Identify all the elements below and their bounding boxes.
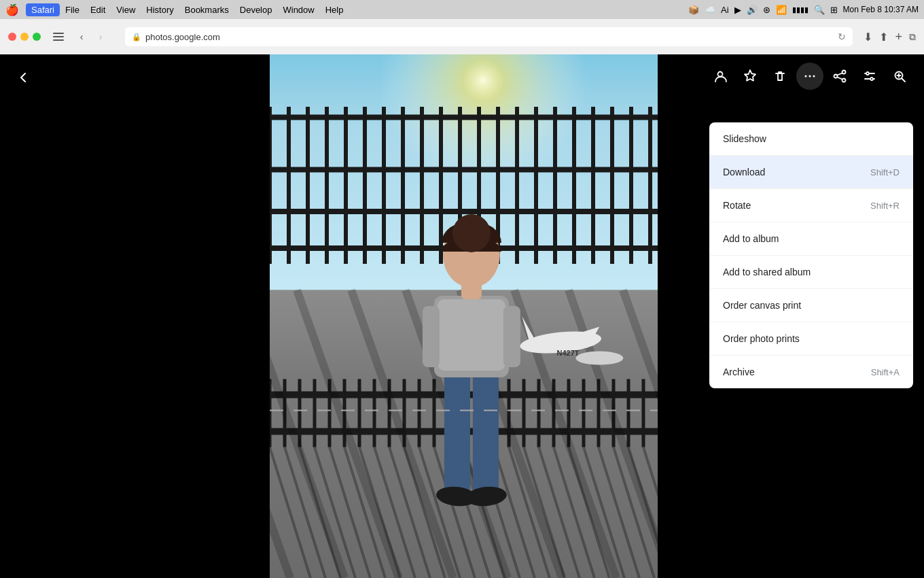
menubar-item-edit[interactable]: Edit (85, 3, 111, 16)
dropdown-menu: Slideshow Download Shift+D Rotate Shift+… (709, 122, 913, 388)
person-icon-button[interactable] (707, 63, 734, 90)
dropdown-item-download[interactable]: Download Shift+D (709, 156, 913, 189)
delete-icon-button[interactable] (766, 63, 794, 90)
svg-point-9 (842, 79, 846, 82)
dropdown-item-add-to-shared-album[interactable]: Add to shared album (709, 256, 913, 289)
dropdown-item-add-to-album[interactable]: Add to album (709, 222, 913, 256)
photo-toolbar (696, 54, 924, 98)
fullscreen-window-button[interactable] (33, 33, 41, 41)
menubar-right: 📦 ☁️ Ai ▶ 🔊 ⊛ 📶 ▮▮▮▮ 🔍 ⊞ Mon Feb 8 10:37… (688, 5, 919, 15)
browser-chrome: ‹ › 🔒 photos.google.com ↻ ⬇ ⬆ + ⧉ (0, 19, 924, 54)
svg-point-3 (718, 72, 723, 77)
menubar: 🍎 Safari File Edit View History Bookmark… (0, 0, 924, 19)
play-icon[interactable]: ▶ (734, 5, 741, 15)
cloud-icon[interactable]: ☁️ (705, 5, 715, 15)
adobe-icon[interactable]: Ai (721, 5, 729, 15)
menubar-item-help[interactable]: Help (320, 3, 349, 16)
browser-toolbar-right: ⬇ ⬆ + ⧉ (864, 30, 916, 44)
apple-menu-icon[interactable]: 🍎 (5, 3, 19, 16)
menubar-item-view[interactable]: View (111, 3, 141, 16)
back-button[interactable]: ‹ (73, 29, 90, 45)
more-options-button[interactable] (796, 63, 823, 90)
tab-overview-icon[interactable]: ⧉ (909, 31, 916, 43)
menubar-item-file[interactable]: File (60, 3, 85, 16)
address-bar[interactable]: 🔒 photos.google.com ↻ (125, 27, 853, 46)
dropdown-item-slideshow[interactable]: Slideshow (709, 122, 913, 156)
svg-rect-2 (53, 39, 64, 41)
battery-icon: ▮▮▮▮ (792, 5, 808, 14)
menubar-item-develop[interactable]: Develop (234, 3, 278, 16)
left-background (0, 54, 270, 578)
svg-point-8 (834, 75, 838, 78)
dropdown-item-order-canvas-print[interactable]: Order canvas print (709, 289, 913, 322)
nav-buttons: ‹ › (73, 29, 109, 45)
favorite-icon-button[interactable] (736, 63, 764, 90)
photo-image (270, 54, 658, 578)
svg-rect-1 (53, 36, 64, 37)
content-area: Slideshow Download Shift+D Rotate Shift+… (0, 54, 924, 578)
dropdown-item-archive[interactable]: Archive Shift+A (709, 356, 913, 388)
zoom-icon-button[interactable] (886, 63, 913, 90)
svg-point-7 (842, 71, 846, 74)
share-icon-button[interactable] (826, 63, 853, 90)
edit-icon-button[interactable] (856, 63, 883, 90)
minimize-window-button[interactable] (20, 33, 29, 41)
sidebar-toggle-button[interactable] (52, 30, 65, 44)
svg-point-13 (870, 78, 873, 80)
downloads-icon[interactable]: ⬇ (864, 31, 872, 44)
close-window-button[interactable] (8, 33, 16, 41)
dropbox-icon[interactable]: 📦 (688, 5, 699, 15)
back-navigation-button[interactable] (11, 65, 35, 90)
new-tab-icon[interactable]: + (895, 30, 902, 44)
volume-icon[interactable]: 🔊 (747, 5, 758, 15)
svg-point-4 (805, 75, 807, 78)
dropdown-item-rotate[interactable]: Rotate Shift+R (709, 189, 913, 222)
svg-point-12 (866, 72, 869, 75)
svg-point-5 (809, 75, 811, 78)
wifi-icon[interactable]: 📶 (776, 5, 787, 15)
lock-icon: 🔒 (132, 33, 141, 41)
share-browser-icon[interactable]: ⬆ (879, 31, 888, 44)
forward-button[interactable]: › (92, 29, 109, 45)
dropdown-item-order-photo-prints[interactable]: Order photo prints (709, 322, 913, 356)
control-center-icon[interactable]: ⊞ (830, 5, 838, 15)
traffic-lights (8, 33, 41, 41)
menubar-item-safari[interactable]: Safari (26, 3, 60, 16)
url-text: photos.google.com (145, 32, 220, 42)
datetime: Mon Feb 8 10:37 AM (843, 5, 919, 14)
menubar-item-history[interactable]: History (141, 3, 179, 16)
menubar-item-window[interactable]: Window (277, 3, 319, 16)
svg-rect-0 (53, 33, 64, 34)
reload-button[interactable]: ↻ (838, 31, 846, 42)
svg-point-6 (813, 75, 815, 78)
bluetooth-icon[interactable]: ⊛ (763, 5, 770, 15)
search-icon[interactable]: 🔍 (814, 5, 825, 15)
menubar-item-bookmarks[interactable]: Bookmarks (179, 3, 234, 16)
